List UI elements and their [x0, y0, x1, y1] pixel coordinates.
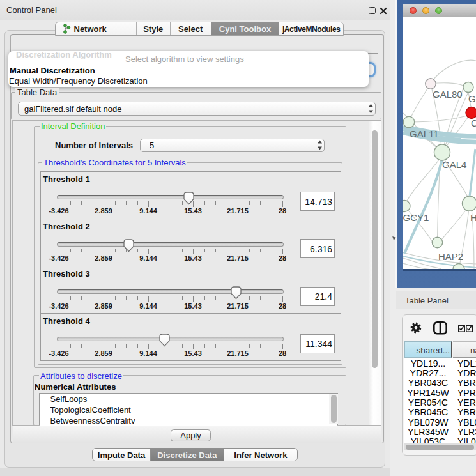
svg-text:GAL11: GAL11	[410, 128, 439, 139]
svg-text:GCY1: GCY1	[403, 211, 429, 222]
svg-text:HAP2: HAP2	[438, 251, 463, 262]
svg-text:GAL4: GAL4	[442, 159, 466, 170]
svg-text:H: H	[470, 211, 476, 222]
svg-text:GAL80: GAL80	[433, 88, 463, 99]
svg-text:GA: GA	[468, 93, 476, 104]
svg-text:C: C	[471, 117, 476, 128]
